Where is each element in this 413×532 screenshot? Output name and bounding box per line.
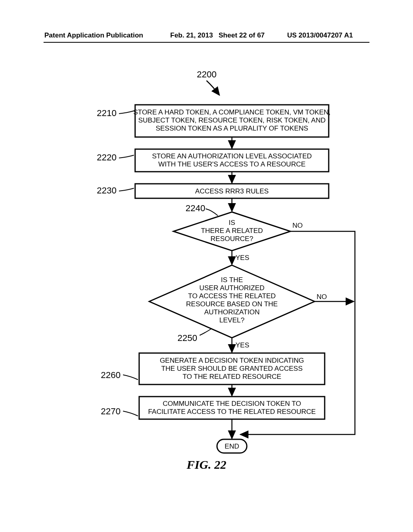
ref-2270-leader (123, 411, 138, 416)
box-2260-line1: GENERATE A DECISION TOKEN INDICATING (160, 357, 304, 364)
ref-2220: 2220 (97, 152, 117, 162)
yes-label-2250: YES (236, 341, 249, 349)
yes-label-2240: YES (236, 254, 249, 262)
diamond-2240-line3: RESOURCE? (211, 235, 253, 243)
flowchart: 2200 STORE A HARD TOKEN, A COMPLIANCE TO… (0, 0, 413, 532)
ref-2250: 2250 (177, 333, 197, 343)
diamond-2250-line3: TO ACCESS THE RELATED (188, 292, 275, 300)
no-label-2250: NO (317, 293, 327, 301)
box-2230-line1: ACCESS RRR3 RULES (195, 187, 269, 195)
figure-caption: FIG. 22 (0, 458, 413, 472)
ref-2240-leader (206, 209, 218, 216)
ref-2210: 2210 (97, 108, 117, 118)
box-2260-line3: TO THE RELATED RESOURCE (183, 373, 282, 380)
box-2270-line1: COMMUNICATE THE DECISION TOKEN TO (163, 400, 301, 407)
ref-2210-leader (119, 111, 134, 114)
box-2220-line2: WITH THE USER'S ACCESS TO A RESOURCE (158, 160, 305, 168)
box-2270-line2: FACILITATE ACCESS TO THE RELATED RESOURC… (148, 408, 316, 416)
diamond-2250-line2: USER AUTHORIZED (199, 284, 265, 292)
ref-2200: 2200 (197, 69, 217, 79)
diamond-2250-line5: AUTHORIZATION (204, 308, 260, 316)
box-2220-line1: STORE AN AUTHORIZATION LEVEL ASSOCIATED (152, 152, 312, 160)
ref-2240: 2240 (186, 203, 205, 213)
diamond-2240-line2: THERE A RELATED (201, 227, 263, 235)
ref-2220-leader (119, 155, 134, 158)
ref-2260: 2260 (101, 370, 121, 380)
box-2210-line3: SESSION TOKEN AS A PLURALITY OF TOKENS (156, 125, 308, 132)
diamond-2250-line6: LEVEL? (219, 316, 244, 324)
ref-2200-leader (206, 81, 219, 95)
diamond-2250-line4: RESOURCE BASED ON THE (186, 300, 277, 308)
ref-2270: 2270 (101, 406, 121, 416)
box-2210-line2: SUBJECT TOKEN, RESOURCE TOKEN, RISK TOKE… (138, 116, 325, 124)
diamond-2240-line1: IS (229, 219, 235, 227)
no-label-2240: NO (292, 222, 303, 229)
box-2210-line1: STORE A HARD TOKEN, A COMPLIANCE TOKEN, … (133, 108, 330, 116)
ref-2230-leader (119, 188, 134, 191)
ref-2230: 2230 (97, 185, 117, 195)
end-label: END (225, 443, 239, 450)
page: Patent Application Publication Feb. 21, … (0, 0, 413, 532)
ref-2260-leader (123, 375, 138, 380)
box-2260-line2: THE USER SHOULD BE GRANTED ACCESS (161, 365, 302, 372)
diamond-2250-line1: IS THE (221, 276, 243, 284)
ref-2250-leader (200, 328, 212, 335)
